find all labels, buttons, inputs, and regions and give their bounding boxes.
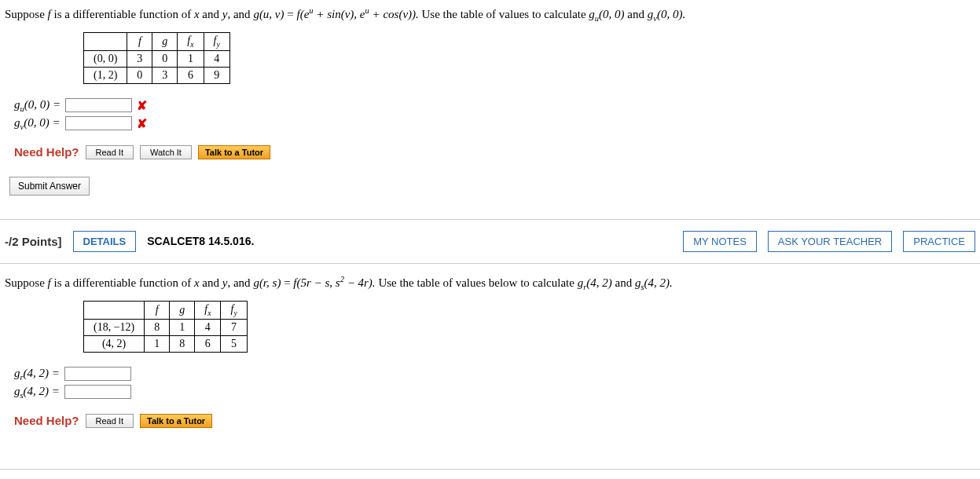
gv-input[interactable] — [65, 116, 132, 130]
practice-button[interactable]: PRACTICE — [903, 231, 975, 252]
need-help-label: Need Help? — [14, 145, 79, 159]
q1-answers: gu(0, 0) = ✘ gv(0, 0) = ✘ — [14, 98, 975, 131]
table-row: (0, 0) 3 0 1 4 — [84, 50, 230, 67]
q1-table: f g fx fy (0, 0) 3 0 1 4 (1, 2) 0 3 6 9 — [83, 32, 230, 84]
talk-to-tutor-button[interactable]: Talk to a Tutor — [198, 145, 270, 159]
divider — [0, 469, 980, 470]
table-row: (4, 2) 1 8 6 5 — [84, 335, 248, 352]
need-help-row: Need Help? Read It Talk to a Tutor — [14, 414, 975, 428]
question-code: SCALCET8 14.5.016. — [147, 235, 254, 247]
details-button[interactable]: DETAILS — [73, 231, 137, 252]
question-2: Suppose f is a differentiable function o… — [0, 264, 980, 452]
q2-answers: gr(4, 2) = gs(4, 2) = — [14, 367, 975, 400]
gr-input[interactable] — [64, 367, 131, 381]
question-header: -/2 Points] DETAILS SCALCET8 14.5.016. M… — [0, 220, 980, 264]
points-label: -/2 Points] — [5, 235, 62, 248]
wrong-icon: ✘ — [137, 116, 147, 131]
wrong-icon: ✘ — [137, 98, 147, 113]
watch-it-button[interactable]: Watch It — [140, 145, 192, 159]
question-1: Suppose f is a differentiable function o… — [0, 0, 980, 202]
talk-to-tutor-button[interactable]: Talk to a Tutor — [140, 414, 212, 428]
table-row: (1, 2) 0 3 6 9 — [84, 67, 230, 83]
table-row: f g fx fy — [84, 33, 230, 51]
q2-table: f g fx fy (18, −12) 8 1 4 7 (4, 2) 1 8 6… — [83, 301, 248, 353]
need-help-label: Need Help? — [14, 414, 79, 427]
ask-teacher-button[interactable]: ASK YOUR TEACHER — [768, 231, 892, 252]
need-help-row: Need Help? Read It Watch It Talk to a Tu… — [14, 145, 975, 159]
q2-prompt: Suppose f is a differentiable function o… — [5, 275, 975, 291]
gu-input[interactable] — [65, 98, 132, 112]
read-it-button[interactable]: Read It — [86, 145, 134, 159]
gs-input[interactable] — [64, 385, 131, 399]
submit-answer-button[interactable]: Submit Answer — [9, 177, 90, 196]
my-notes-button[interactable]: MY NOTES — [683, 231, 757, 252]
table-row: (18, −12) 8 1 4 7 — [84, 319, 248, 335]
q1-prompt: Suppose f is a differentiable function o… — [5, 6, 975, 23]
table-row: f g fx fy — [84, 301, 248, 319]
read-it-button[interactable]: Read It — [86, 414, 134, 428]
